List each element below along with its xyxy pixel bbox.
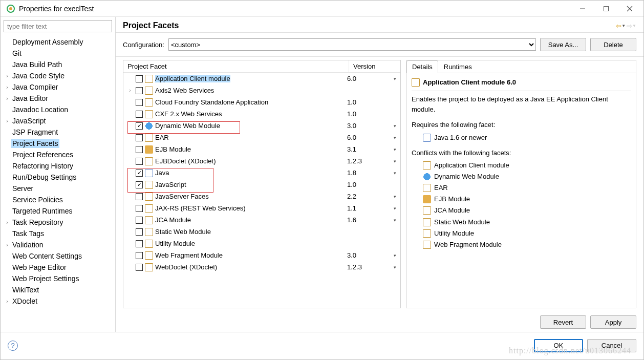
facet-checkbox[interactable] — [136, 111, 143, 118]
tree-item[interactable]: ›Java Editor — [1, 93, 115, 104]
facet-row[interactable]: CXF 2.x Web Services1.0 — [123, 108, 400, 120]
facet-row[interactable]: Static Web Module — [123, 226, 400, 238]
tree-item[interactable]: Web Project Settings — [1, 273, 115, 284]
facet-checkbox[interactable] — [136, 252, 143, 259]
version-dropdown-icon[interactable]: ▾ — [389, 171, 400, 176]
page-icon — [423, 184, 431, 192]
version-dropdown-icon[interactable]: ▾ — [389, 194, 400, 199]
facet-checkbox[interactable] — [136, 146, 143, 153]
tree-item[interactable]: Service Policies — [1, 194, 115, 205]
tree-item[interactable]: Web Page Editor — [1, 262, 115, 273]
version-dropdown-icon[interactable]: ▾ — [389, 147, 400, 152]
version-dropdown-icon[interactable]: ▾ — [389, 265, 400, 270]
version-dropdown-icon[interactable]: ▾ — [389, 218, 400, 223]
page-icon — [423, 206, 431, 215]
facet-checkbox[interactable] — [136, 228, 143, 236]
facet-row[interactable]: Dynamic Web Module3.0▾ — [123, 120, 400, 132]
version-dropdown-icon[interactable]: ▾ — [389, 76, 400, 81]
facet-row[interactable]: EAR6.0▾ — [123, 132, 400, 143]
tree-item[interactable]: Project Facets — [1, 138, 115, 149]
expand-icon: › — [4, 242, 11, 248]
tree-item[interactable]: Server — [1, 183, 115, 194]
facet-row[interactable]: Java1.8▾ — [123, 167, 400, 179]
ejb-icon — [145, 145, 153, 154]
facet-checkbox[interactable] — [136, 75, 143, 82]
version-dropdown-icon[interactable]: ▾ — [389, 135, 400, 140]
nav-tree[interactable]: Deployment AssemblyGitJava Build Path›Ja… — [1, 35, 115, 332]
ok-button[interactable]: OK — [534, 339, 583, 352]
apply-button[interactable]: Apply — [590, 315, 636, 329]
tree-item[interactable]: Targeted Runtimes — [1, 205, 115, 217]
filter-input[interactable] — [4, 20, 112, 32]
version-dropdown-icon[interactable]: ▾ — [389, 123, 400, 129]
facet-row[interactable]: Cloud Foundry Standalone Application1.0 — [123, 96, 400, 108]
facet-row[interactable]: Application Client module6.0▾ — [123, 73, 400, 84]
tab-runtimes[interactable]: Runtimes — [438, 60, 478, 73]
facet-checkbox[interactable] — [136, 217, 143, 224]
tree-item[interactable]: Git — [1, 48, 115, 59]
tree-item[interactable]: Refactoring History — [1, 160, 115, 172]
facet-row[interactable]: EJB Module3.1▾ — [123, 143, 400, 155]
minimize-button[interactable] — [571, 1, 594, 17]
col-facet[interactable]: Project Facet — [123, 60, 349, 72]
tree-item[interactable]: WikiText — [1, 284, 115, 295]
version-dropdown-icon[interactable]: ▾ — [389, 206, 400, 211]
facet-checkbox[interactable] — [136, 205, 143, 212]
facet-row[interactable]: Utility Module — [123, 238, 400, 249]
facet-checkbox[interactable] — [136, 240, 143, 247]
facet-checkbox[interactable] — [136, 264, 143, 271]
facet-checkbox[interactable] — [136, 158, 143, 165]
tree-item[interactable]: Javadoc Location — [1, 104, 115, 115]
conflicts-item: Web Fragment Module — [423, 240, 631, 250]
facet-row[interactable]: Web Fragment Module3.0▾ — [123, 249, 400, 261]
tree-item-label: Java Editor — [11, 94, 50, 103]
revert-button[interactable]: Revert — [540, 315, 586, 329]
facet-row[interactable]: JavaServer Faces2.2▾ — [123, 190, 400, 202]
tab-details[interactable]: Details — [406, 60, 438, 73]
tree-item[interactable]: Deployment Assembly — [1, 36, 115, 48]
facet-row[interactable]: JAX-RS (REST Web Services)1.1▾ — [123, 202, 400, 214]
facet-row[interactable]: WebDoclet (XDoclet)1.2.3▾ — [123, 261, 400, 273]
tree-item-label: Validation — [11, 240, 45, 249]
facet-checkbox[interactable] — [136, 181, 143, 188]
tree-item[interactable]: ›JavaScript — [1, 115, 115, 126]
tree-item[interactable]: JSP Fragment — [1, 126, 115, 138]
version-dropdown-icon[interactable]: ▾ — [389, 159, 400, 164]
config-select[interactable]: <custom> — [168, 38, 536, 51]
ejb-icon — [423, 195, 431, 203]
tree-item[interactable]: Web Content Settings — [1, 250, 115, 262]
cancel-button[interactable]: Cancel — [587, 339, 636, 352]
tree-item[interactable]: ›Validation — [1, 239, 115, 250]
tree-item-label: Javadoc Location — [11, 105, 70, 114]
forward-button[interactable]: ⇨ ▼ — [627, 22, 636, 30]
facet-row[interactable]: EJBDoclet (XDoclet)1.2.3▾ — [123, 155, 400, 167]
facet-checkbox[interactable] — [136, 134, 143, 141]
col-version[interactable]: Version — [349, 60, 400, 72]
close-button[interactable] — [618, 1, 641, 17]
facet-checkbox[interactable] — [136, 193, 143, 200]
facet-checkbox[interactable] — [136, 122, 143, 130]
facet-row[interactable]: JavaScript1.0 — [123, 179, 400, 190]
facet-checkbox[interactable] — [136, 99, 143, 106]
facet-row[interactable]: ›Axis2 Web Services — [123, 84, 400, 96]
tree-item[interactable]: ›Task Repository — [1, 217, 115, 228]
tree-item[interactable]: Project References — [1, 149, 115, 160]
tree-item[interactable]: Java Build Path — [1, 59, 115, 70]
facet-checkbox[interactable] — [136, 87, 143, 94]
tree-item-label: Java Build Path — [11, 60, 63, 69]
facet-checkbox[interactable] — [136, 170, 143, 177]
version-dropdown-icon[interactable]: ▾ — [389, 253, 400, 258]
tree-item[interactable]: ›XDoclet — [1, 295, 115, 307]
tree-item[interactable]: ›Java Compiler — [1, 81, 115, 93]
tree-item[interactable]: Task Tags — [1, 228, 115, 239]
tree-item-label: JavaScript — [11, 116, 47, 125]
save-as-button[interactable]: Save As... — [540, 38, 586, 51]
tree-item[interactable]: ›Java Code Style — [1, 70, 115, 81]
delete-button[interactable]: Delete — [590, 38, 636, 51]
facet-row[interactable]: JCA Module1.6▾ — [123, 214, 400, 226]
back-button[interactable]: ⇦ ▼ — [616, 22, 626, 30]
tree-item[interactable]: Run/Debug Settings — [1, 172, 115, 183]
maximize-button[interactable] — [594, 1, 618, 17]
conflicts-item: JCA Module — [423, 205, 631, 216]
help-button[interactable]: ? — [8, 341, 18, 351]
